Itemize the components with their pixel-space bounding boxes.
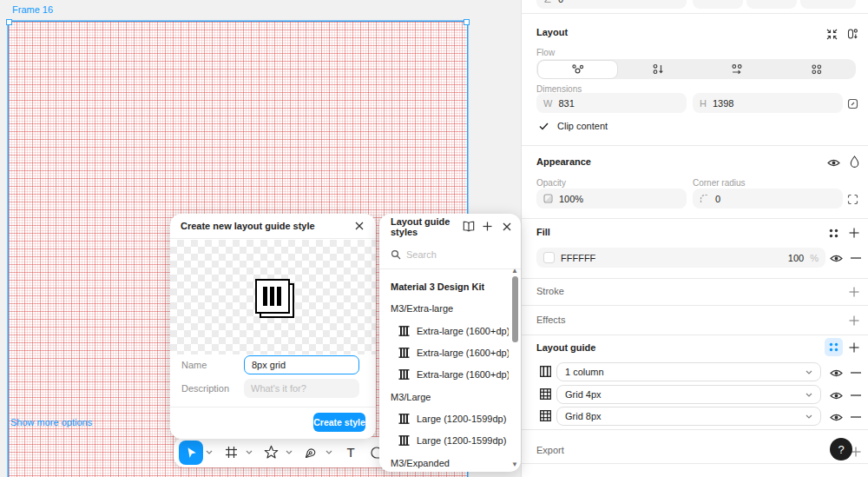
pen-tool-button[interactable] — [299, 441, 323, 465]
clip-content-checkbox[interactable]: Clip content — [539, 121, 608, 131]
selection-handle-top-left[interactable] — [6, 19, 12, 25]
auto-layout-icon[interactable] — [845, 26, 860, 42]
show-more-options-link[interactable]: Show more options — [10, 417, 92, 427]
flip-shield-button[interactable] — [693, 0, 743, 9]
grid-guide-icon — [540, 388, 551, 400]
chevron-down-icon — [806, 393, 812, 397]
move-cursor-icon — [184, 446, 198, 460]
export-section-title: Export — [536, 445, 564, 455]
section-divider — [522, 278, 868, 279]
flow-horizontal-option[interactable] — [698, 59, 777, 79]
blend-mode-droplet-icon[interactable] — [846, 154, 862, 169]
section-divider — [522, 145, 868, 146]
scale-button[interactable] — [800, 0, 856, 9]
fill-hex-value: FFFFFF — [561, 253, 595, 263]
shape-tool-button[interactable] — [259, 441, 283, 465]
add-effect-plus-icon[interactable] — [846, 313, 862, 328]
create-style-button[interactable]: Create style — [313, 413, 365, 432]
opacity-field[interactable]: 100% — [536, 189, 687, 209]
library-book-icon[interactable] — [461, 219, 476, 234]
add-layout-guide-plus-icon[interactable] — [846, 340, 862, 355]
remove-guide-minus-icon[interactable] — [848, 365, 864, 381]
pen-tool-menu-chevron[interactable] — [325, 441, 333, 465]
style-list-item[interactable]: Large (1200-1599dp) layo... — [391, 431, 509, 450]
scroll-down-icon[interactable]: ▼ — [511, 461, 518, 468]
inspector-panel: 0 Layout Flow — [521, 0, 868, 477]
layout-columns-icon — [398, 369, 410, 380]
eye-icon[interactable] — [828, 388, 844, 403]
close-icon[interactable] — [499, 219, 514, 234]
eye-icon[interactable] — [828, 409, 844, 425]
flow-label: Flow — [536, 48, 555, 57]
text-tool-icon: T — [346, 445, 354, 460]
name-input[interactable] — [244, 355, 359, 374]
appearance-section-title: Appearance — [536, 156, 591, 167]
frame-tool-menu-chevron[interactable] — [245, 441, 253, 465]
effects-section-title: Effects — [536, 315, 565, 325]
search-input[interactable] — [406, 249, 493, 260]
library-name-header: Material 3 Design Kit — [391, 282, 484, 292]
style-list-item[interactable]: Extra-large (1600+dp) lay... — [391, 343, 509, 362]
help-button[interactable]: ? — [830, 438, 852, 460]
corner-radius-label: Corner radius — [693, 178, 746, 188]
grid-flow-icon — [811, 63, 822, 75]
shape-tool-menu-chevron[interactable] — [285, 441, 293, 465]
pen-icon — [304, 446, 318, 460]
add-style-plus-icon[interactable] — [480, 219, 495, 234]
layout-guide-dropdown[interactable]: 1 column — [556, 362, 821, 381]
scroll-up-icon[interactable]: ▲ — [511, 268, 518, 275]
eye-icon[interactable] — [828, 365, 844, 381]
eye-icon[interactable] — [828, 250, 844, 266]
layout-columns-icon — [398, 414, 410, 424]
layout-guide-styles-icon[interactable] — [825, 338, 843, 356]
layout-columns-icon — [398, 435, 410, 446]
corner-radius-field[interactable]: 0 — [693, 189, 843, 209]
grid-guide-icon — [540, 410, 551, 421]
text-tool-button[interactable]: T — [339, 441, 363, 465]
fill-color-row[interactable]: FFFFFF 100 % — [536, 248, 825, 268]
fill-styles-icon[interactable] — [825, 225, 841, 241]
horizontal-flow-icon — [731, 63, 743, 75]
style-list-item[interactable]: Large (1200-1599dp) layo... — [391, 409, 509, 428]
close-icon[interactable] — [352, 218, 367, 234]
style-group-label: M3/Large — [391, 392, 431, 402]
constrain-proportions-icon[interactable] — [845, 96, 860, 111]
add-fill-plus-icon[interactable] — [846, 225, 862, 241]
tune-button[interactable] — [746, 0, 797, 9]
remove-guide-minus-icon[interactable] — [848, 409, 864, 425]
move-tool-button[interactable] — [179, 441, 203, 465]
frame-tool-icon — [225, 446, 238, 459]
add-stroke-plus-icon[interactable] — [846, 284, 862, 300]
remove-fill-minus-icon[interactable] — [848, 250, 864, 266]
flow-grid-option[interactable] — [777, 59, 856, 79]
flow-freeform-option[interactable] — [537, 60, 618, 79]
selection-handle-top-right[interactable] — [464, 19, 470, 25]
individual-corners-icon[interactable] — [845, 191, 860, 207]
description-input[interactable] — [244, 379, 359, 398]
style-list-item[interactable]: Extra-large (1600+dp) lay... — [391, 365, 509, 384]
search-icon — [391, 249, 401, 260]
shrink-to-fit-icon[interactable] — [824, 26, 839, 42]
flow-vertical-option[interactable] — [618, 59, 697, 79]
eye-icon[interactable] — [825, 155, 841, 170]
style-list-item[interactable]: Extra-large (1600+dp) lay... — [391, 321, 509, 341]
rotation-field[interactable]: 0 — [536, 0, 687, 9]
section-divider — [522, 335, 868, 335]
question-mark-icon: ? — [838, 443, 844, 456]
scrollbar-thumb[interactable] — [512, 276, 518, 342]
fill-color-swatch[interactable] — [543, 252, 555, 263]
fill-section-title: Fill — [536, 227, 550, 237]
layout-guide-dropdown[interactable]: Grid 8px — [556, 407, 821, 426]
columns-guide-icon — [540, 366, 551, 377]
height-field[interactable]: H 1398 — [693, 93, 843, 113]
layout-guide-dropdown[interactable]: Grid 4px — [556, 385, 821, 404]
canvas-toolbar: T — [174, 437, 406, 467]
move-tool-menu-chevron[interactable] — [205, 441, 214, 465]
frame-tool-button[interactable] — [219, 441, 243, 465]
chevron-down-icon — [806, 370, 812, 374]
width-field[interactable]: W 831 — [536, 93, 687, 113]
section-divider — [522, 218, 868, 219]
remove-guide-minus-icon[interactable] — [848, 388, 864, 403]
frame-title[interactable]: Frame 16 — [12, 4, 53, 15]
dialog-title: Create new layout guide style — [181, 221, 315, 231]
